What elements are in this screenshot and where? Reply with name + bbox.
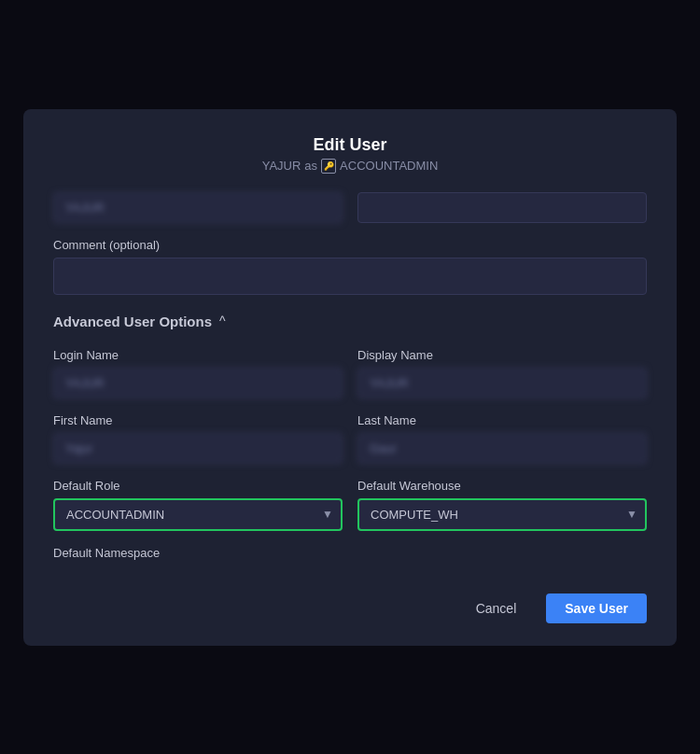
login-name-input[interactable] (53, 368, 343, 398)
chevron-up-icon: ^ (219, 314, 226, 328)
comment-label: Comment (optional) (53, 238, 647, 252)
username-field-group (53, 192, 343, 223)
role-icon: 🔑 (321, 159, 336, 174)
cancel-button[interactable]: Cancel (457, 593, 536, 623)
display-name-label: Display Name (357, 348, 647, 362)
first-name-group: First Name (53, 413, 343, 464)
default-warehouse-group: Default Warehouse COMPUTE_WH OTHER_WH ▼ (357, 479, 647, 531)
default-warehouse-select[interactable]: COMPUTE_WH OTHER_WH (357, 498, 647, 531)
default-role-select[interactable]: ACCOUNTADMIN SYSADMIN PUBLIC (53, 498, 343, 531)
default-role-group: Default Role ACCOUNTADMIN SYSADMIN PUBLI… (53, 479, 343, 531)
default-warehouse-select-wrapper: COMPUTE_WH OTHER_WH ▼ (357, 498, 647, 531)
default-role-label: Default Role (53, 479, 343, 493)
login-display-row: Login Name Display Name (53, 348, 647, 398)
first-last-row: First Name Last Name (53, 413, 647, 464)
default-role-select-wrapper: ACCOUNTADMIN SYSADMIN PUBLIC ▼ (53, 498, 343, 531)
login-name-group: Login Name (53, 348, 343, 398)
advanced-user-options-toggle[interactable]: Advanced User Options ^ (53, 314, 647, 329)
last-name-group: Last Name (357, 413, 647, 464)
last-name-input[interactable] (357, 433, 647, 464)
advanced-header-text: Advanced User Options (53, 314, 212, 329)
modal-footer: Cancel Save User (53, 582, 647, 623)
default-namespace-group: Default Namespace (53, 546, 647, 560)
last-name-label: Last Name (357, 413, 647, 427)
display-name-input[interactable] (357, 368, 647, 398)
subtitle-as: as (304, 159, 317, 173)
second-field-group (357, 192, 647, 223)
default-warehouse-label: Default Warehouse (357, 479, 647, 493)
modal-overlay: Edit User YAJUR as 🔑 ACCOUNTADMIN Commen… (0, 0, 700, 754)
modal-subtitle: YAJUR as 🔑 ACCOUNTADMIN (53, 159, 647, 174)
login-name-label: Login Name (53, 348, 343, 362)
second-input[interactable] (357, 192, 647, 223)
subtitle-user: YAJUR (262, 159, 301, 173)
comment-section: Comment (optional) (53, 238, 647, 295)
default-namespace-label: Default Namespace (53, 546, 647, 560)
comment-input[interactable] (53, 258, 647, 295)
first-name-label: First Name (53, 413, 343, 427)
first-name-input[interactable] (53, 433, 343, 464)
save-user-button[interactable]: Save User (546, 593, 647, 623)
role-warehouse-row: Default Role ACCOUNTADMIN SYSADMIN PUBLI… (53, 479, 647, 531)
username-input[interactable] (53, 192, 343, 223)
top-fields-row (53, 192, 647, 223)
edit-user-modal: Edit User YAJUR as 🔑 ACCOUNTADMIN Commen… (23, 109, 677, 646)
display-name-group: Display Name (357, 348, 647, 398)
modal-title: Edit User (53, 135, 647, 155)
subtitle-role: ACCOUNTADMIN (340, 159, 438, 173)
